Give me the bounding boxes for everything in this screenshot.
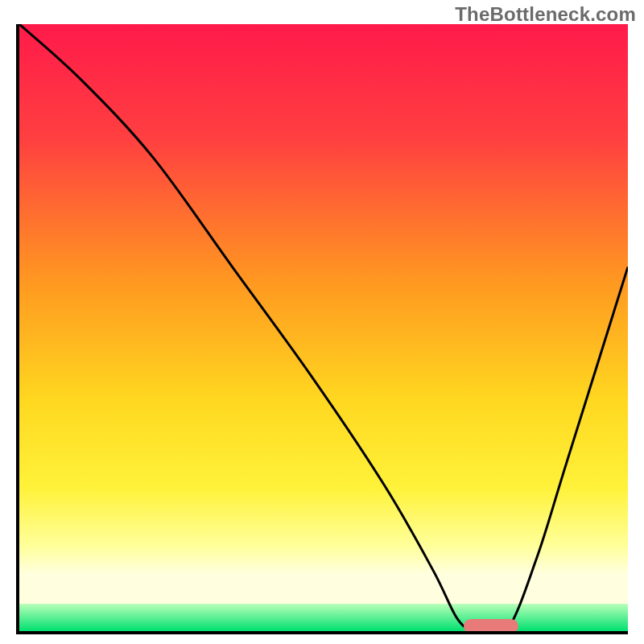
optimum-marker [464, 619, 518, 631]
plot-lines [19, 24, 628, 631]
plot-area [16, 24, 628, 634]
chart-canvas: TheBottleneck.com [0, 0, 644, 644]
bottleneck-curve [19, 24, 628, 631]
watermark-text: TheBottleneck.com [455, 3, 636, 26]
